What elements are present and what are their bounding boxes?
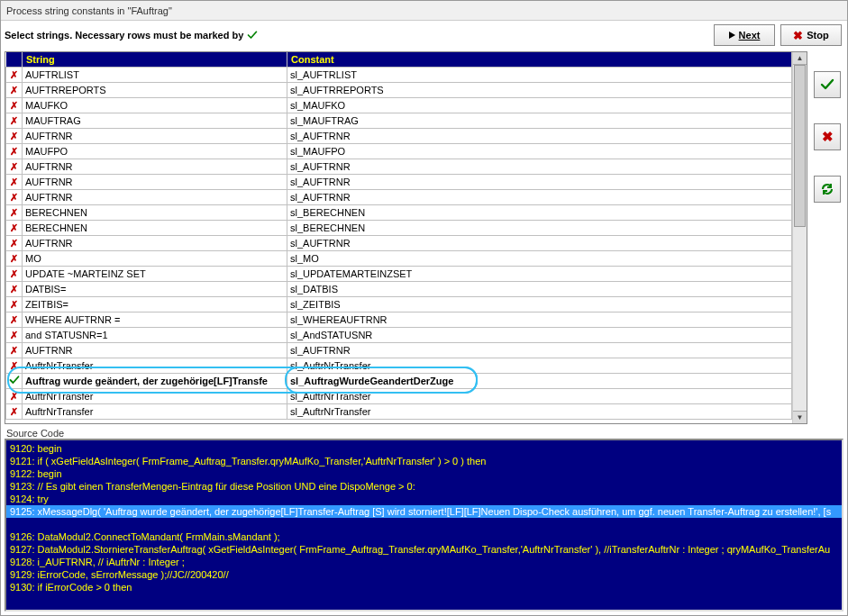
source-line[interactable]: 9129: iErrorCode, sErrorMessage );//JC//… <box>10 569 229 580</box>
source-line[interactable]: 9120: begin <box>10 443 62 454</box>
table-row[interactable]: ✗AuftrNrTransfersl_AuftrNrTransfer <box>6 358 792 374</box>
cell-string[interactable]: MO <box>23 251 287 267</box>
table-row[interactable]: ✗AUFTRNRsl_AUFTRNR <box>6 159 792 175</box>
cell-constant[interactable]: sl_AUFTRNR <box>287 175 792 190</box>
stop-button[interactable]: ✖ Stop <box>780 24 842 46</box>
cell-constant[interactable]: sl_WHEREAUFTRNR <box>287 313 792 328</box>
row-mark[interactable]: ✗ <box>6 113 23 129</box>
table-row[interactable]: ✗MAUFTRAGsl_MAUFTRAG <box>6 113 792 129</box>
row-mark[interactable]: ✗ <box>6 175 23 190</box>
table-row[interactable]: ✗BERECHNENsl_BERECHNEN <box>6 221 792 236</box>
col-mark[interactable] <box>6 52 23 68</box>
cell-constant[interactable]: sl_AUFTRREPORTS <box>287 83 792 98</box>
table-row[interactable]: ✗MAUFPOsl_MAUFPO <box>6 144 792 159</box>
row-mark[interactable]: ✗ <box>6 297 23 313</box>
table-row[interactable]: ✗AuftrNrTransfersl_AuftrNrTransfer <box>6 404 792 420</box>
source-line[interactable]: 9130: if iErrorCode > 0 then <box>10 582 132 593</box>
scroll-up-arrow[interactable]: ▲ <box>793 52 807 65</box>
cell-string[interactable]: MAUFPO <box>23 144 287 159</box>
cell-string[interactable]: AUFTRNR <box>23 159 287 175</box>
cell-string[interactable]: AUFTRNR <box>23 343 287 358</box>
cell-constant[interactable]: sl_AUFTRNR <box>287 159 792 175</box>
row-mark[interactable]: ✗ <box>6 389 23 404</box>
source-line[interactable]: 9126: DataModul2.ConnectToMandant( FrmMa… <box>10 531 280 542</box>
row-mark[interactable]: ✗ <box>6 205 23 221</box>
row-mark[interactable]: ✗ <box>6 98 23 113</box>
table-row[interactable]: ✗BERECHNENsl_BERECHNEN <box>6 205 792 221</box>
row-mark[interactable]: ✗ <box>6 159 23 175</box>
row-mark[interactable]: ✗ <box>6 190 23 205</box>
table-row[interactable]: ✗AUFTRNRsl_AUFTRNR <box>6 175 792 190</box>
reject-button[interactable]: ✖ <box>814 123 841 150</box>
cell-constant[interactable]: sl_AuftragWurdeGeandertDerZuge <box>287 374 792 389</box>
cell-string[interactable]: AUFTRNR <box>23 175 287 190</box>
cell-constant[interactable]: sl_MO <box>287 251 792 267</box>
cell-string[interactable]: AuftrNrTransfer <box>23 404 287 420</box>
row-mark[interactable]: ✗ <box>6 267 23 282</box>
refresh-button[interactable] <box>814 176 841 203</box>
table-row[interactable]: ✗UPDATE ~MARTEINZ SET sl_UPDATEMARTEINZS… <box>6 267 792 282</box>
next-button[interactable]: Next <box>714 24 775 46</box>
source-line[interactable]: 9123: // Es gibt einen TransferMengen-Ei… <box>10 481 415 492</box>
cell-constant[interactable]: sl_AUFTRNR <box>287 129 792 144</box>
cell-constant[interactable]: sl_AuftrNrTransfer <box>287 358 792 374</box>
cell-string[interactable]: AUFTRLIST <box>23 68 287 83</box>
table-row[interactable]: ✗MAUFKOsl_MAUFKO <box>6 98 792 113</box>
source-line[interactable]: 9125: xMessageDlg( 'Auftrag wurde geände… <box>6 505 842 518</box>
strings-grid[interactable]: String Constant ✗AUFTRLISTsl_AUFTRLIST✗A… <box>5 52 792 420</box>
table-row[interactable]: ✗AUFTRNRsl_AUFTRNR <box>6 236 792 251</box>
table-row[interactable]: ✗AUFTRREPORTSsl_AUFTRREPORTS <box>6 83 792 98</box>
table-row[interactable]: ✗ and STATUSNR=1sl_AndSTATUSNR <box>6 328 792 343</box>
cell-constant[interactable]: sl_MAUFKO <box>287 98 792 113</box>
row-mark[interactable]: ✗ <box>6 251 23 267</box>
scroll-down-arrow[interactable]: ▼ <box>793 411 807 423</box>
cell-constant[interactable]: sl_DATBIS <box>287 282 792 297</box>
row-mark[interactable]: ✗ <box>6 83 23 98</box>
table-row[interactable]: ✗AUFTRNRsl_AUFTRNR <box>6 190 792 205</box>
cell-string[interactable]: AUFTRNR <box>23 236 287 251</box>
row-mark[interactable]: ✗ <box>6 221 23 236</box>
row-mark[interactable]: ✗ <box>6 328 23 343</box>
cell-string[interactable]: MAUFKO <box>23 98 287 113</box>
cell-constant[interactable]: sl_UPDATEMARTEINZSET <box>287 267 792 282</box>
row-mark[interactable] <box>6 374 23 389</box>
row-mark[interactable]: ✗ <box>6 129 23 144</box>
row-mark[interactable]: ✗ <box>6 282 23 297</box>
cell-constant[interactable]: sl_MAUFTRAG <box>287 113 792 129</box>
cell-string[interactable]: and STATUSNR=1 <box>23 328 287 343</box>
row-mark[interactable]: ✗ <box>6 358 23 374</box>
cell-constant[interactable]: sl_AndSTATUSNR <box>287 328 792 343</box>
table-row[interactable]: ✗AUFTRNRsl_AUFTRNR <box>6 129 792 144</box>
cell-string[interactable]: AUFTRREPORTS <box>23 83 287 98</box>
cell-string[interactable]: AuftrNrTransfer <box>23 389 287 404</box>
table-row[interactable]: ✗MOsl_MO <box>6 251 792 267</box>
cell-string[interactable]: DATBIS= <box>23 282 287 297</box>
col-string[interactable]: String <box>23 52 287 68</box>
cell-constant[interactable]: sl_AUFTRNR <box>287 343 792 358</box>
table-row[interactable]: ✗ WHERE AUFTRNR = sl_WHEREAUFTRNR <box>6 313 792 328</box>
cell-string[interactable]: UPDATE ~MARTEINZ SET <box>23 267 287 282</box>
cell-constant[interactable]: sl_AUFTRNR <box>287 190 792 205</box>
row-mark[interactable]: ✗ <box>6 313 23 328</box>
row-mark[interactable]: ✗ <box>6 236 23 251</box>
cell-constant[interactable]: sl_BERECHNEN <box>287 221 792 236</box>
row-mark[interactable]: ✗ <box>6 144 23 159</box>
cell-string[interactable]: BERECHNEN <box>23 221 287 236</box>
cell-constant[interactable]: sl_AUFTRLIST <box>287 68 792 83</box>
cell-string[interactable]: ZEITBIS= <box>23 297 287 313</box>
cell-constant[interactable]: sl_AuftrNrTransfer <box>287 404 792 420</box>
cell-string[interactable]: WHERE AUFTRNR = <box>23 313 287 328</box>
table-row[interactable]: Auftrag wurde geändert, der zugehörige[L… <box>6 374 792 389</box>
source-line[interactable]: 9127: DataModul2.StorniereTransferAuftra… <box>10 544 830 555</box>
row-mark[interactable]: ✗ <box>6 404 23 420</box>
source-line[interactable]: 9128: i_AUFTRNR, // iAuftrNr : Integer ; <box>10 557 185 567</box>
accept-button[interactable] <box>814 71 841 98</box>
table-row[interactable]: ✗AUFTRLISTsl_AUFTRLIST <box>6 68 792 83</box>
cell-string[interactable]: AUFTRNR <box>23 129 287 144</box>
cell-constant[interactable]: sl_BERECHNEN <box>287 205 792 221</box>
cell-string[interactable]: AuftrNrTransfer <box>23 358 287 374</box>
cell-string[interactable]: MAUFTRAG <box>23 113 287 129</box>
row-mark[interactable]: ✗ <box>6 343 23 358</box>
row-mark[interactable]: ✗ <box>6 68 23 83</box>
vertical-scrollbar[interactable]: ▲ ▼ <box>792 52 807 423</box>
